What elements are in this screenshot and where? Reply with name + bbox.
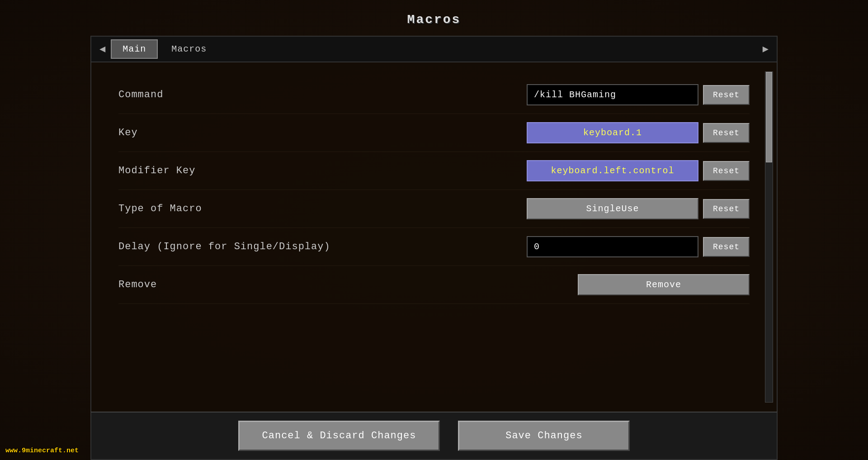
delay-reset-button[interactable]: Reset xyxy=(703,237,750,257)
bottom-bar: Cancel & Discard Changes Save Changes xyxy=(90,412,778,460)
modifier-key-label: Modifier Key xyxy=(118,165,299,176)
save-changes-button[interactable]: Save Changes xyxy=(458,421,630,451)
scrollbar-thumb[interactable] xyxy=(766,72,772,162)
type-macro-control: SingleUse Reset xyxy=(527,198,750,219)
page-title: Macros xyxy=(407,13,461,27)
command-row: Command Reset xyxy=(118,76,750,114)
command-label: Command xyxy=(118,89,299,100)
command-reset-button[interactable]: Reset xyxy=(703,85,750,105)
modifier-key-reset-button[interactable]: Reset xyxy=(703,161,750,181)
remove-row: Remove Remove xyxy=(118,266,750,304)
main-content: Command Reset Key keyboard.1 Reset Modif… xyxy=(90,62,778,412)
key-label: Key xyxy=(118,127,299,138)
type-macro-row: Type of Macro SingleUse Reset xyxy=(118,190,750,228)
watermark-text: www.9minecraft.net xyxy=(5,447,79,455)
remove-label: Remove xyxy=(118,279,299,290)
delay-input[interactable] xyxy=(527,236,698,257)
watermark: www.9minecraft.net xyxy=(5,446,79,455)
key-control: keyboard.1 Reset xyxy=(527,122,750,143)
type-macro-select[interactable]: SingleUse xyxy=(527,198,698,219)
delay-row: Delay (Ignore for Single/Display) Reset xyxy=(118,228,750,266)
key-reset-button[interactable]: Reset xyxy=(703,123,750,143)
tab-left-arrow[interactable]: ◀ xyxy=(96,42,109,56)
key-keybind[interactable]: keyboard.1 xyxy=(527,122,698,143)
tab-right-arrow[interactable]: ▶ xyxy=(759,42,772,56)
scrollbar-track[interactable] xyxy=(765,71,773,403)
modifier-key-control: keyboard.left.control Reset xyxy=(527,160,750,181)
command-input[interactable] xyxy=(527,84,698,105)
modifier-key-keybind[interactable]: keyboard.left.control xyxy=(527,160,698,181)
remove-control: Remove xyxy=(578,274,750,295)
delay-control: Reset xyxy=(527,236,750,257)
tab-main[interactable]: Main xyxy=(111,39,158,59)
type-macro-reset-button[interactable]: Reset xyxy=(703,199,750,219)
command-control: Reset xyxy=(527,84,750,105)
type-macro-label: Type of Macro xyxy=(118,203,299,214)
page-container: Macros ◀ Main Macros ▶ Command Reset Key… xyxy=(0,0,868,460)
key-row: Key keyboard.1 Reset xyxy=(118,114,750,152)
remove-button[interactable]: Remove xyxy=(578,274,750,295)
tab-bar: ◀ Main Macros ▶ xyxy=(90,36,778,62)
cancel-discard-button[interactable]: Cancel & Discard Changes xyxy=(238,421,440,451)
tab-macros[interactable]: Macros xyxy=(160,39,218,59)
delay-label: Delay (Ignore for Single/Display) xyxy=(118,241,330,252)
modifier-key-row: Modifier Key keyboard.left.control Reset xyxy=(118,152,750,190)
